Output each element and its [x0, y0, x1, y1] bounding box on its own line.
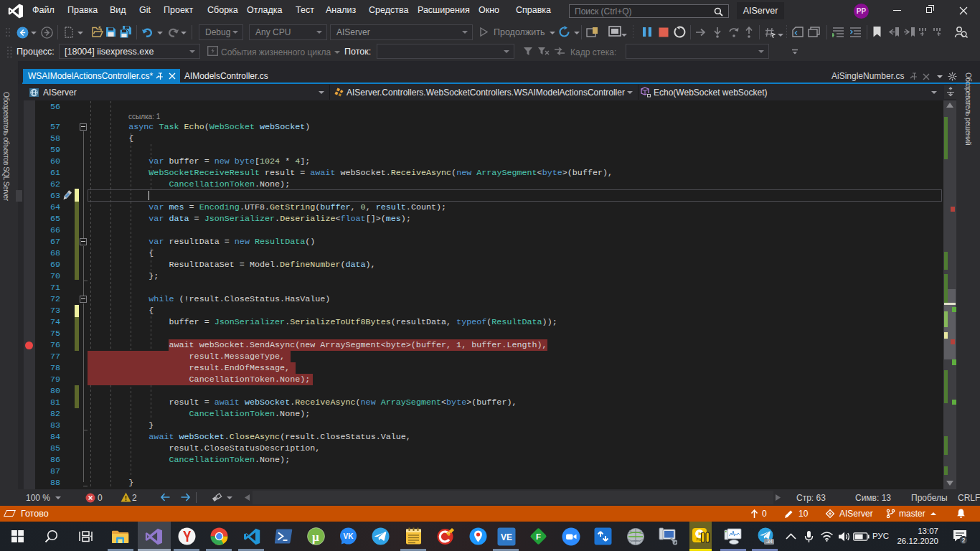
svg-text:.34: .34	[765, 539, 773, 544]
svg-text:F: F	[536, 532, 541, 541]
svg-text:VK: VK	[344, 532, 354, 540]
svg-text:PIs: PIs	[696, 538, 701, 542]
svg-text:µ: µ	[312, 530, 319, 544]
svg-text:2: 2	[962, 537, 966, 544]
svg-text:VE: VE	[500, 532, 512, 542]
